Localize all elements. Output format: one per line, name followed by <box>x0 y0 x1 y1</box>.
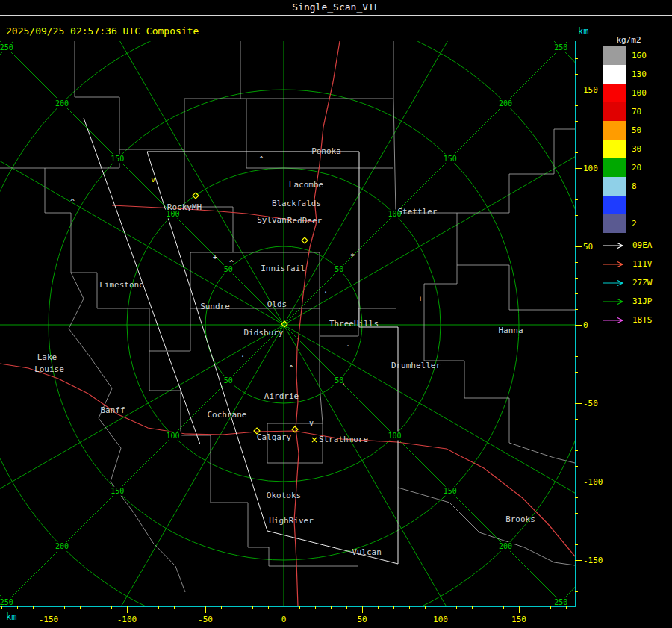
range-ring-label: 100 <box>166 432 179 440</box>
colorbar-value: 160 <box>632 51 651 60</box>
right-axis-label: -50 <box>583 399 598 408</box>
county-boundary <box>393 41 457 323</box>
radar-coverage-outline <box>147 152 398 564</box>
range-ring-label: 100 <box>388 432 401 440</box>
range-ring-label: 200 <box>499 99 512 108</box>
town-label: Sundre <box>200 302 230 311</box>
point-marker: . <box>323 286 328 294</box>
range-ring-label: 250 <box>0 43 13 52</box>
point-marker: + <box>418 295 423 303</box>
town-label: Sylvan <box>257 215 287 225</box>
radar-site-entry: 31JP <box>602 292 653 311</box>
town-label: Didsbury <box>244 328 284 338</box>
range-ring-label: 150 <box>111 155 124 163</box>
radar-site-legend: 09EA111V27ZW31JP18TS <box>602 236 653 329</box>
county-boundary <box>211 463 269 566</box>
town-label: Lacombe <box>289 180 323 190</box>
colorbar-value: 50 <box>632 125 651 135</box>
point-marker: ^ <box>70 198 75 206</box>
vertical-axis-unit: km <box>578 26 588 37</box>
range-ring-label: 150 <box>111 487 124 495</box>
bottom-axis-label: 0 <box>281 615 287 624</box>
colorbar-value: 20 <box>632 163 651 172</box>
radar-site-entry: 27ZW <box>602 273 653 292</box>
county-boundary <box>509 443 575 463</box>
town-label: Hanna <box>498 326 523 335</box>
town-label: Olds <box>267 299 287 309</box>
colorbar-value: 100 <box>632 88 651 98</box>
colorbar-value: 30 <box>632 144 651 154</box>
city-marker-diamond <box>302 237 308 243</box>
town-label: Calgary <box>257 432 292 442</box>
town-label: ThreeHills <box>329 319 379 329</box>
point-marker: ^ <box>229 259 234 267</box>
town-label: RockyMH <box>167 202 202 212</box>
right-axis-label: 0 <box>583 320 588 330</box>
range-ring-label: 200 <box>55 542 69 550</box>
azimuth-spoke <box>75 325 284 628</box>
bottom-axis-label: 50 <box>357 615 367 624</box>
radar-site-arrow-icon <box>602 241 627 250</box>
point-marker: . <box>341 378 346 386</box>
range-ring-label: 50 <box>224 376 233 385</box>
town-label: Stettler <box>398 207 438 217</box>
range-ring-label: 250 <box>554 598 567 606</box>
right-axis-label: 150 <box>583 85 598 95</box>
colorbar-value: 130 <box>632 69 651 79</box>
radar-application-window: Single_Scan_VIL 2025/09/25 02:57:36 UTC … <box>0 0 672 628</box>
point-marker: . <box>346 340 350 348</box>
x-marker <box>312 438 317 442</box>
bottom-axis-label: -100 <box>117 615 137 624</box>
point-marker: ^ <box>259 155 264 164</box>
range-ring-label: 200 <box>55 99 69 108</box>
radar-site-id: 18TS <box>632 315 653 325</box>
radar-site-id: 111V <box>632 259 653 269</box>
town-label: Lake <box>37 352 57 362</box>
radar-site-id: 09EA <box>632 240 653 250</box>
radar-site-entry: 09EA <box>602 236 653 255</box>
town-label: Brooks <box>505 514 535 524</box>
county-boundary <box>320 336 323 423</box>
colorbar-swatch <box>603 102 626 121</box>
colorbar-swatch <box>603 214 626 233</box>
colorbar-swatch <box>603 177 626 196</box>
azimuth-spoke <box>284 325 493 628</box>
right-axis-label: 50 <box>583 242 593 252</box>
point-marker: . <box>240 350 245 358</box>
colorbar-entry: 130 <box>603 65 651 84</box>
town-label: Innisfail <box>261 264 305 273</box>
town-label: Banff <box>100 405 125 415</box>
radar-site-arrow-icon <box>602 297 627 306</box>
colorbar-entry: 70 <box>603 102 651 121</box>
right-axis-label: 100 <box>583 164 598 173</box>
colorbar-entry: 160 <box>603 46 651 65</box>
bottom-axis-label: 100 <box>433 615 448 624</box>
arrow-icon <box>603 280 623 285</box>
town-label: HighRiver <box>269 516 314 526</box>
colorbar-swatch <box>603 140 626 158</box>
azimuth-spoke <box>0 116 284 325</box>
town-label: Blackfalds <box>272 199 321 208</box>
colorbar-swatch <box>603 121 626 140</box>
town-label: Louise <box>34 364 64 374</box>
town-label: Limestone <box>99 280 144 290</box>
arrow-icon <box>603 243 623 248</box>
town-label: RedDeer <box>287 216 323 226</box>
window-title: Single_Scan_VIL <box>292 1 379 13</box>
county-boundary <box>184 149 233 308</box>
town-label: Airdrie <box>264 391 299 401</box>
right-axis-label: -150 <box>583 556 603 565</box>
point-marker: v <box>151 175 155 184</box>
town-label: Okotoks <box>267 491 301 500</box>
colorbar-entry: 50 <box>603 121 651 140</box>
bottom-axis-label: -150 <box>39 615 59 624</box>
azimuth-spoke <box>284 41 579 325</box>
radar-map-display[interactable]: 5050505010010010010015015015015020020020… <box>0 41 672 628</box>
colorbar-swatch <box>603 84 626 102</box>
colorbar-value: 2 <box>632 219 651 228</box>
radar-site-arrow-icon <box>602 279 627 287</box>
arrow-icon <box>603 317 623 323</box>
town-label: Vulcan <box>352 547 382 557</box>
right-axis-label: -100 <box>583 477 603 487</box>
bottom-axis-label: -50 <box>198 615 213 624</box>
